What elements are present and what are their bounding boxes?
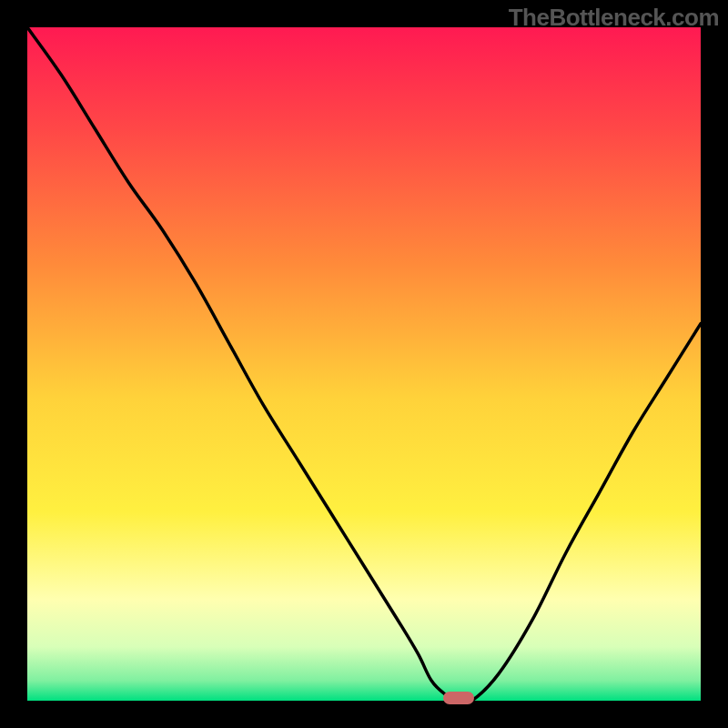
- bottleneck-curve: [27, 27, 701, 701]
- plot-area: [27, 27, 701, 701]
- chart-frame: TheBottleneck.com: [0, 0, 728, 728]
- watermark-text: TheBottleneck.com: [509, 4, 719, 32]
